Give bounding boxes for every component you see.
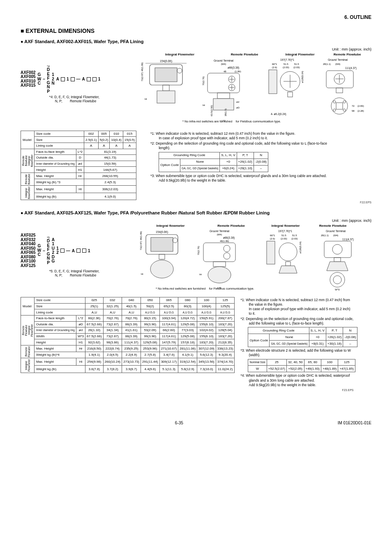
bot-subtitle: AXF Standard, AXF025-AXF125, Wafer Type,… [21, 210, 371, 215]
svg-text:* No infra-red switches are fu: * No infra-red switches are furnished fo… [156, 287, 254, 290]
svg-point-90 [279, 243, 297, 261]
svg-rect-64 [151, 237, 173, 251]
section-title: EXTERNAL DIMENSIONS [21, 28, 371, 34]
hdr-intfm2: Integral Flowmeter [273, 53, 327, 57]
svg-point-100 [330, 272, 345, 287]
square-icon [82, 249, 86, 253]
svg-point-75 [224, 245, 230, 252]
top-note1: *1: When indicator code N is selected, s… [150, 131, 331, 140]
svg-text:Hr: Hr [199, 273, 202, 276]
svg-text:154(6.06): 154(6.06) [156, 230, 168, 234]
svg-text:48(1.89): 48(1.89) [220, 240, 229, 242]
svg-text:38(1.5): 38(1.5) [224, 108, 227, 116]
svg-point-3 [177, 68, 182, 73]
svg-point-53 [333, 101, 336, 103]
bot-ground-table: Grounding Ring CodeS, L, H, VP, TN Optio… [248, 327, 357, 347]
svg-text:Hr: Hr [203, 104, 205, 106]
svg-text:(2.03): (2.03) [291, 237, 298, 240]
bot-note3: *3: When electrode structure 2 is select… [240, 348, 353, 357]
svg-text:73(2.87)  48(1.89): 73(2.87) 48(1.89) [140, 231, 142, 250]
svg-text:(1.89): (1.89) [235, 70, 241, 73]
svg-text:73(2.87)  48(1.89): 73(2.87) 48(1.89) [141, 62, 143, 81]
svg-text:197(7.76)*1: 197(7.76)*1 [278, 230, 292, 233]
svg-rect-20 [217, 93, 230, 99]
svg-point-101 [333, 276, 341, 284]
outline-header: 6. OUTLINE [21, 14, 371, 20]
svg-point-55 [333, 109, 336, 111]
svg-rect-66 [159, 254, 165, 259]
svg-text:(M4): (M4) [333, 234, 338, 237]
svg-text:Ground Terminal: Ground Terminal [328, 58, 348, 61]
svg-point-54 [343, 101, 346, 103]
svg-text:70(2.76): 70(2.76) [202, 76, 205, 85]
svg-point-98 [332, 244, 342, 254]
svg-text:51.5: 51.5 [294, 63, 299, 65]
hdr-intfm-b2: Integral flowmeter [259, 224, 312, 228]
bot-note2: *2: Depending on the selection of ground… [240, 317, 353, 326]
svg-point-67 [150, 260, 173, 278]
hdr-intfm-b: Integral flowmeter [138, 224, 203, 228]
svg-text:(2.03): (2.03) [283, 66, 289, 69]
square-icon [76, 249, 81, 253]
svg-text:(M4): (M4) [221, 63, 226, 65]
svg-rect-40 [288, 92, 293, 97]
svg-text:øD: øD [236, 106, 240, 109]
svg-rect-51 [336, 88, 343, 93]
svg-rect-47 [326, 71, 353, 88]
svg-point-76 [224, 253, 230, 259]
svg-rect-4 [163, 85, 169, 91]
top-model-block: AXF002 AXF005 AXF010 AXF015 G W C – *4 D… [21, 65, 100, 94]
hdr-remote2: Remote Flowtube [327, 53, 368, 57]
svg-text:63.5(2.50): 63.5(2.50) [210, 105, 213, 116]
svg-point-65 [173, 238, 178, 243]
svg-text:(2.6): (2.6) [270, 237, 275, 240]
svg-rect-5 [157, 91, 175, 103]
svg-point-52 [331, 98, 348, 114]
svg-text:W*3: W*3 [335, 288, 340, 291]
svg-rect-74 [203, 243, 235, 262]
svg-rect-77 [213, 262, 226, 267]
svg-text:111(4.37): 111(4.37) [345, 67, 357, 70]
footer-left: 6-35 [175, 421, 183, 425]
dim154: 154(6.06) [160, 60, 172, 63]
svg-text:ø128(5.04): ø128(5.04) [299, 242, 302, 253]
bot-unit-label: Unit : mm (approx. inch) [21, 219, 371, 223]
bot-diagram: 154(6.06) Hi 73(2.87) 48(1.89) Ground Te… [139, 228, 374, 294]
svg-rect-57 [336, 103, 343, 109]
svg-rect-2 [155, 68, 177, 82]
svg-text:58: 58 [352, 110, 355, 112]
svg-text:51.5: 51.5 [281, 234, 286, 237]
svg-point-56 [343, 109, 346, 111]
svg-text:70(2.76): 70(2.76) [197, 246, 200, 255]
bot-model-block: AXF025AXF032 AXF040AXF050 AXF065AXF080 A… [21, 233, 90, 268]
svg-text:(M4): (M4) [335, 63, 340, 65]
hdr-remote-b2: Remote Flowtube [312, 224, 353, 228]
bot-eps: F23.EPS [240, 388, 353, 392]
svg-rect-13 [208, 73, 240, 93]
svg-text:Hi: Hi [145, 98, 147, 100]
hdr-remote-b: Remote Flowtube [203, 224, 259, 228]
svg-point-78 [208, 267, 231, 283]
hdr-remote: Remote Flowtube [216, 53, 273, 57]
svg-rect-36 [269, 70, 277, 94]
top-table: Model Size code 002005010015 Size 2.5(0.… [21, 131, 136, 200]
svg-text:66*1: 66*1 [270, 234, 275, 237]
svg-text:Ground Terminal: Ground Terminal [214, 59, 233, 62]
top-unit-label: Unit : mm (approx. inch) [21, 47, 371, 51]
svg-text:(M4): (M4) [217, 233, 222, 236]
svg-text:ø128(5.04): ø128(5.04) [301, 71, 304, 83]
top-ground-table: Grounding Ring Code S, L, H, V P, T N Op… [159, 152, 268, 172]
svg-text:51.5: 51.5 [284, 63, 288, 65]
svg-text:72: 72 [352, 105, 355, 107]
square-icon [71, 77, 75, 81]
svg-text:4- ø6.2(0.24): 4- ø6.2(0.24) [271, 113, 286, 116]
svg-text:(2.83): (2.83) [357, 105, 364, 107]
svg-text:197(7.76)*1: 197(7.76)*1 [280, 58, 294, 62]
svg-text:Hi: Hi [141, 273, 143, 275]
svg-rect-91 [286, 262, 291, 266]
svg-text:ø86(3.38): ø86(3.38) [228, 66, 239, 69]
svg-text:28(1.1): 28(1.1) [321, 234, 329, 237]
svg-text:66*1: 66*1 [272, 63, 277, 65]
svg-text:Ground Terminal: Ground Terminal [210, 230, 229, 233]
bot-note1: *1: When indicator code N is selected, s… [240, 298, 353, 316]
